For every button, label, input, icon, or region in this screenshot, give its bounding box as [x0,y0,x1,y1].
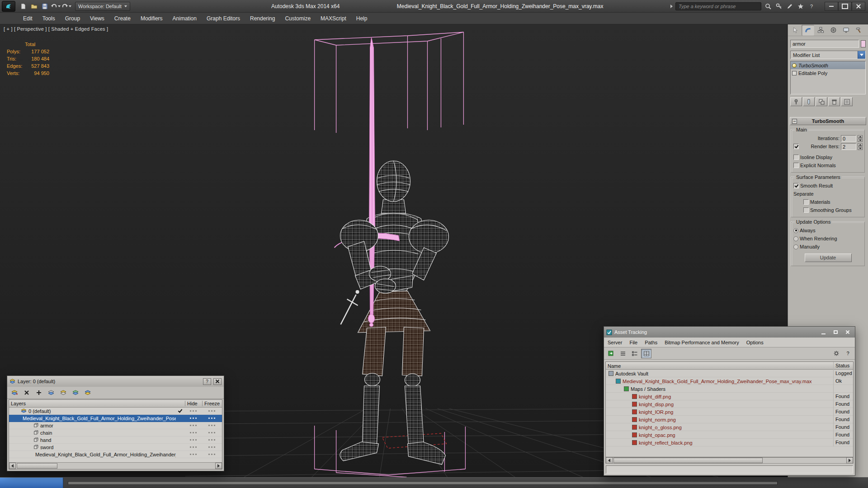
modifier-enabled-bulb-icon[interactable] [792,63,797,68]
materials-checkbox[interactable] [803,199,809,205]
make-unique-icon[interactable] [816,97,827,106]
menu-paths[interactable]: Paths [641,338,661,347]
isoline-display-checkbox[interactable] [793,155,799,160]
asset-table-header[interactable]: Name Status [606,362,853,370]
select-layer-objects-icon[interactable] [46,388,57,398]
current-layer-check-slot[interactable] [178,416,183,421]
spinner-up-icon[interactable] [858,143,863,146]
menu-create[interactable]: Create [109,13,136,24]
manually-radio[interactable] [793,244,798,249]
undo-icon[interactable] [51,2,61,11]
settings-icon[interactable] [831,349,841,358]
current-layer-check-icon[interactable] [178,408,183,414]
scroll-left-icon[interactable] [9,463,16,469]
key-icon[interactable] [775,2,783,10]
menu-views[interactable]: Views [85,13,109,24]
freeze-toggle[interactable] [208,425,216,426]
help-icon[interactable]: ? [807,2,816,10]
spinner-up-icon[interactable] [858,135,863,138]
layer-row-default[interactable]: 0 (default) [9,408,222,415]
column-name[interactable]: Name [606,363,833,369]
redo-history-chevron-icon[interactable] [69,5,71,7]
asset-row-knight-o-gloss[interactable]: knight_o_gloss.png Found [606,423,853,431]
scroll-right-icon[interactable] [846,457,853,464]
update-button[interactable]: Update [805,253,852,262]
smoothing-groups-checkbox[interactable] [803,207,809,213]
viewport-label[interactable]: [ + ] [ Perspective ] [ Shaded + Edged F… [4,26,108,32]
search-icon[interactable] [764,2,772,10]
time-slider-segment[interactable] [0,478,63,488]
menu-server[interactable]: Server [604,338,626,347]
tab-hierarchy[interactable] [814,25,827,36]
new-scene-icon[interactable] [18,2,28,11]
close-button[interactable] [843,329,853,336]
object-row-armor[interactable]: armor [9,422,222,429]
asset-row-maps-shaders[interactable]: Maps / Shaders [606,385,853,393]
minimize-button[interactable] [818,329,828,336]
tab-create[interactable] [789,25,802,36]
asset-row-knight-opac[interactable]: knight_opac.png Found [606,431,853,439]
hide-toggle[interactable] [190,439,197,441]
menu-group[interactable]: Group [60,13,85,24]
scrollbar-thumb[interactable] [17,463,57,469]
column-freeze[interactable]: Freeze [202,401,222,406]
application-menu-button[interactable] [2,1,15,12]
asset-row-knight-diff[interactable]: knight_diff.png Found [606,393,853,400]
object-row-knight-mesh[interactable]: Medieval_Knight_Black_Gold_Full_Armor_Ho… [9,451,222,458]
chevron-down-icon[interactable] [858,51,865,59]
hide-toggle[interactable] [190,418,197,419]
tab-modify[interactable] [802,25,814,36]
menu-bitmap-performance[interactable]: Bitmap Performance and Memory [661,338,742,347]
configure-modifier-sets-icon[interactable] [841,97,853,106]
object-row-chain[interactable]: chain [9,429,222,436]
layer-list-header[interactable]: Layers Hide Freeze [9,400,222,408]
maximize-button[interactable] [830,329,840,336]
smooth-result-checkbox[interactable] [793,183,799,188]
open-file-icon[interactable] [29,2,39,11]
scroll-left-icon[interactable] [606,457,613,464]
column-status[interactable]: Status [833,362,853,370]
layer-row-knight[interactable]: Medieval_Knight_Black_Gold_Full_Armor_Ho… [9,415,222,422]
minimize-button[interactable] [825,2,838,11]
hide-freeze-layer-icon[interactable] [82,388,93,398]
asset-window-titlebar[interactable]: Asset Tracking [604,327,855,338]
maximize-button[interactable] [838,2,852,11]
freeze-toggle[interactable] [208,454,216,455]
show-end-result-icon[interactable] [803,97,815,106]
track-bar[interactable] [68,481,778,485]
undo-history-chevron-icon[interactable] [58,5,61,7]
when-rendering-radio[interactable] [793,236,798,241]
refresh-tree-icon[interactable] [606,349,616,358]
menu-file[interactable]: File [626,338,641,347]
explicit-normals-checkbox[interactable] [793,163,799,168]
details-view-icon[interactable] [629,349,640,358]
object-color-swatch[interactable] [861,40,866,47]
object-row-sword[interactable]: sword [9,444,222,451]
scrollbar-thumb[interactable] [613,458,763,463]
horizontal-scrollbar[interactable] [9,462,222,469]
render-iters-checkbox[interactable] [793,144,799,149]
asset-row-knight-disp[interactable]: knight_disp.png Found [606,400,853,408]
pencil-icon[interactable] [786,2,794,10]
rollout-header[interactable]: − TurboSmooth [790,117,866,125]
save-file-icon[interactable] [40,2,50,11]
layer-window-titlebar[interactable]: Layer: 0 (default) ? [7,376,224,387]
always-radio[interactable] [793,228,798,233]
close-button[interactable] [852,2,865,11]
spinner-down-icon[interactable] [858,147,863,150]
menu-tools[interactable]: Tools [38,13,60,24]
search-input[interactable] [675,2,761,10]
menu-options[interactable]: Options [743,338,767,347]
scroll-right-icon[interactable] [215,463,222,469]
hide-toggle[interactable] [190,446,197,448]
hide-toggle[interactable] [190,454,197,455]
hide-toggle[interactable] [190,410,197,412]
hide-toggle[interactable] [190,432,197,433]
workspace-dropdown[interactable]: Workspace: Default [75,2,130,11]
menu-rendering[interactable]: Rendering [245,13,280,24]
pin-stack-icon[interactable] [790,97,802,106]
render-iters-value[interactable]: 2 [841,143,856,150]
menu-help[interactable]: Help [351,13,373,24]
spinner-down-icon[interactable] [858,139,863,142]
freeze-toggle[interactable] [208,418,216,419]
